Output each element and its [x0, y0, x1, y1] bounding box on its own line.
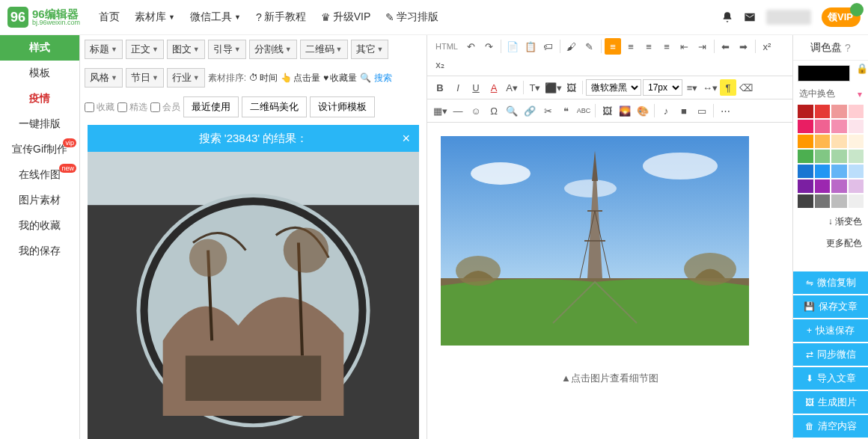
bold-icon[interactable]: B [432, 79, 448, 96]
more-icon[interactable]: ⋯ [717, 102, 733, 119]
insert-img-icon[interactable]: 🖼 [599, 102, 615, 119]
checkbox[interactable] [150, 102, 160, 112]
filter-5[interactable]: 二维码▼ [300, 40, 348, 59]
color-swatch-26[interactable] [831, 194, 847, 208]
sidebar-item-1[interactable]: 模板 [0, 61, 79, 86]
underline-icon[interactable]: U [468, 79, 484, 96]
redo-icon[interactable]: ↷ [481, 38, 498, 55]
music-icon[interactable]: ♪ [658, 102, 674, 119]
image-icon[interactable]: 🖼 [563, 79, 579, 96]
link-icon[interactable]: 🔗 [522, 102, 538, 119]
filter2-1[interactable]: 节日▼ [126, 68, 164, 88]
paste-icon[interactable]: 📋 [522, 38, 539, 55]
filter-0[interactable]: 标题▼ [85, 40, 123, 59]
color-swatch-14[interactable] [831, 150, 847, 163]
mail-icon[interactable] [744, 11, 756, 23]
color-swatch-21[interactable] [815, 179, 831, 193]
color-swatch-12[interactable] [798, 150, 813, 163]
highlight-icon[interactable]: ¶ [720, 79, 736, 96]
sidebar-item-4[interactable]: 宣传Gif制作vip [0, 137, 79, 162]
right-action-6[interactable]: 🗑清空内容 [793, 415, 868, 438]
right-action-2[interactable]: +快速保存 [793, 319, 868, 342]
vip-badge[interactable]: 领VIP [822, 7, 861, 27]
current-color-swatch[interactable] [798, 65, 850, 82]
nav-item-0[interactable]: 首页 [99, 10, 120, 24]
bgcolor-icon[interactable]: ⬛▾ [545, 79, 561, 96]
sidebar-item-6[interactable]: 图片素材 [0, 188, 79, 213]
right-action-5[interactable]: 🖼生成图片 [793, 391, 868, 414]
color-swatch-1[interactable] [815, 105, 831, 118]
swap-color-label[interactable]: 选中换色▾ [793, 86, 868, 102]
color-swatch-17[interactable] [815, 165, 831, 178]
color-swatch-5[interactable] [815, 120, 831, 133]
action-btn-1[interactable]: 二维码美化 [242, 96, 307, 117]
video-icon[interactable]: ■ [676, 102, 692, 119]
action-btn-2[interactable]: 设计师模板 [310, 96, 375, 117]
filter-1[interactable]: 正文▼ [126, 40, 164, 59]
right-action-4[interactable]: ⬇导入文章 [793, 367, 868, 390]
clear-format-icon[interactable]: ⌫ [738, 79, 754, 96]
special-char-icon[interactable]: Ω [486, 102, 502, 119]
color-swatch-4[interactable] [798, 120, 813, 133]
gradient-link[interactable]: ↓ 渐变色 [793, 211, 868, 233]
italic-icon[interactable]: I [450, 79, 466, 96]
color-swatch-13[interactable] [815, 150, 831, 163]
check-1[interactable]: 精选 [117, 101, 147, 114]
insert-img3-icon[interactable]: 🎨 [635, 102, 651, 119]
sort-0[interactable]: ⏱时间 [249, 72, 278, 85]
filter-3[interactable]: 引导▼ [208, 40, 246, 59]
indent-right-icon[interactable]: ⇥ [694, 38, 711, 55]
right-action-0[interactable]: ⇋微信复制 [793, 271, 868, 294]
superscript-icon[interactable]: x² [759, 38, 775, 55]
nav-item-1[interactable]: 素材库▼ [135, 10, 175, 24]
format-icon[interactable]: ✎ [581, 38, 598, 55]
color-swatch-7[interactable] [849, 120, 864, 133]
align-center-icon[interactable]: ≡ [623, 38, 639, 55]
font-color-icon[interactable]: A [486, 79, 502, 96]
emoji-icon[interactable]: ☺ [468, 102, 484, 119]
subscript-icon[interactable]: x₂ [432, 56, 448, 73]
color-swatch-2[interactable] [831, 105, 847, 118]
color-swatch-18[interactable] [831, 165, 847, 178]
checkbox[interactable] [117, 102, 127, 112]
sort-2[interactable]: ♥收藏量 [323, 72, 357, 85]
color-swatch-6[interactable] [831, 120, 847, 133]
filter2-2[interactable]: 行业▼ [167, 68, 205, 88]
color-swatch-24[interactable] [798, 194, 813, 208]
color-swatch-23[interactable] [849, 179, 864, 193]
help-icon[interactable]: ? [845, 42, 851, 54]
line-height-icon[interactable]: ≡▾ [684, 79, 700, 96]
unlink-icon[interactable]: ✂ [540, 102, 556, 119]
font-size-icon[interactable]: A▾ [504, 79, 520, 96]
color-swatch-22[interactable] [831, 179, 847, 193]
align-left-icon[interactable]: ≡ [605, 38, 621, 55]
insert-img2-icon[interactable]: 🌄 [617, 102, 633, 119]
outdent-icon[interactable]: ⬅ [718, 38, 734, 55]
right-action-3[interactable]: ⇄同步微信 [793, 343, 868, 366]
hr-icon[interactable]: — [450, 102, 466, 119]
sidebar-item-3[interactable]: 一键排版 [0, 111, 79, 137]
lock-icon[interactable]: 🔒 [856, 63, 868, 74]
color-swatch-27[interactable] [849, 194, 864, 208]
sidebar-item-0[interactable]: 样式 [0, 35, 79, 61]
color-swatch-11[interactable] [849, 135, 864, 148]
quote-icon[interactable]: ❝ [557, 102, 574, 119]
nav-item-2[interactable]: 微信工具▼ [190, 10, 241, 24]
abc-icon[interactable]: ABC [575, 102, 592, 119]
action-btn-0[interactable]: 最近使用 [183, 96, 239, 117]
text-icon[interactable]: T▾ [527, 79, 543, 96]
color-swatch-20[interactable] [798, 179, 813, 193]
color-swatch-10[interactable] [831, 135, 847, 148]
right-action-1[interactable]: 💾保存文章 [793, 295, 868, 318]
color-swatch-19[interactable] [849, 165, 864, 178]
check-2[interactable]: 会员 [150, 101, 180, 114]
copy-icon[interactable]: 📄 [504, 38, 521, 55]
color-swatch-15[interactable] [849, 150, 864, 163]
editor-content[interactable]: ▲点击图片查看细节图 [427, 123, 792, 439]
brush-icon[interactable]: 🖌 [563, 38, 580, 55]
font-size-select[interactable]: 17px [643, 79, 682, 96]
filter-4[interactable]: 分割线▼ [249, 40, 297, 59]
color-swatch-16[interactable] [798, 165, 813, 178]
sidebar-item-8[interactable]: 我的保存 [0, 239, 79, 264]
html-button[interactable]: HTML [432, 38, 462, 55]
